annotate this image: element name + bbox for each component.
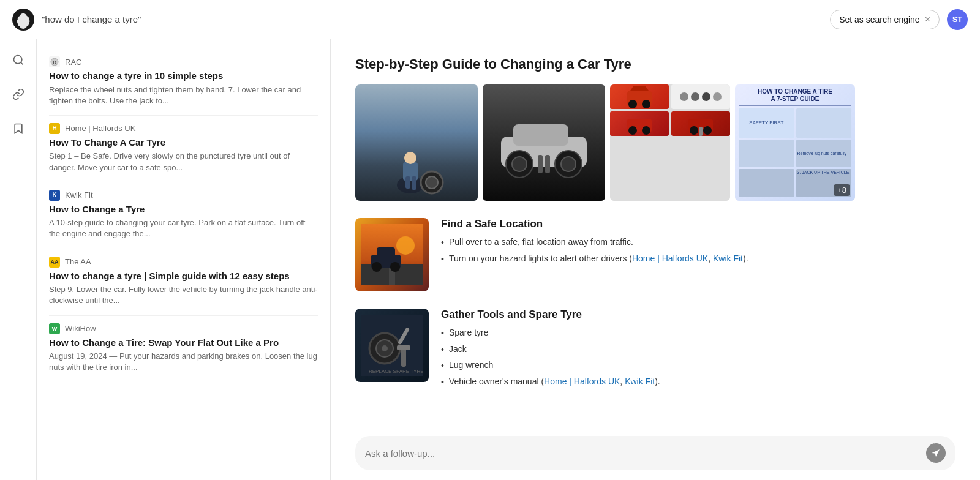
result-title: How to change a tyre | Simple guide with… bbox=[49, 270, 318, 282]
svg-rect-12 bbox=[513, 124, 568, 146]
list-item: • Turn on your hazard lights to alert ot… bbox=[441, 253, 956, 266]
section-thumbnail-location bbox=[355, 218, 429, 291]
bullet: • bbox=[441, 377, 444, 389]
svg-rect-18 bbox=[545, 155, 550, 173]
set-search-engine-button[interactable]: Set as search engine × bbox=[830, 10, 940, 29]
svg-rect-33 bbox=[377, 247, 395, 258]
bookmark-sidebar-button[interactable] bbox=[7, 118, 29, 140]
guide-step-1: SAFETY FIRST bbox=[739, 108, 794, 138]
list-item: • Vehicle owner's manual (Home | Halford… bbox=[441, 376, 956, 389]
result-snippet: Step 9. Lower the car. Fully lower the v… bbox=[49, 284, 318, 306]
result-item[interactable]: AA The AA How to change a tyre | Simple … bbox=[37, 249, 330, 315]
header-left: "how do I change a tyre" bbox=[12, 9, 141, 31]
collage-cell-1 bbox=[610, 84, 669, 109]
guide-title-text: HOW TO CHANGE A TIREA 7-STEP GUIDE bbox=[739, 88, 851, 106]
link-icon bbox=[12, 88, 24, 100]
result-item[interactable]: H Home | Halfords UK How To Change A Car… bbox=[37, 116, 330, 182]
send-icon bbox=[931, 448, 941, 458]
section-title-tools: Gather Tools and Spare Tyre bbox=[441, 309, 956, 321]
list-item: • Jack bbox=[441, 343, 956, 356]
send-button[interactable] bbox=[926, 443, 946, 463]
result-snippet: Replace the wheel nuts and tighten them … bbox=[49, 84, 318, 107]
car-tyre-illustration bbox=[495, 106, 593, 179]
halfords-link[interactable]: Home | Halfords UK bbox=[632, 253, 708, 263]
svg-point-26 bbox=[690, 126, 698, 135]
kwikfit-link-tools[interactable]: Kwik Fit bbox=[625, 377, 655, 386]
svg-point-14 bbox=[512, 157, 527, 171]
section-thumbnail-tools: REPLACE SPARE TYRE bbox=[355, 309, 429, 382]
svg-rect-17 bbox=[538, 155, 543, 173]
bullet: • bbox=[441, 328, 444, 340]
main-layout: R RAC How to change a tyre in 10 simple … bbox=[0, 39, 980, 480]
kwikfit-link[interactable]: Kwik Fit bbox=[713, 253, 743, 263]
section-find-safe-location: Find a Safe Location • Pull over to a sa… bbox=[355, 218, 956, 291]
source-name: Home | Halfords UK bbox=[65, 124, 135, 133]
plus-badge: +8 bbox=[834, 184, 850, 196]
result-source: W WikiHow bbox=[49, 323, 318, 334]
result-title: How to change a tyre in 10 simple steps bbox=[49, 70, 318, 82]
bullet: • bbox=[441, 237, 444, 249]
guide-step-text: Remove lug nuts carefully bbox=[796, 140, 852, 168]
avatar[interactable]: ST bbox=[947, 9, 968, 30]
svg-point-1 bbox=[13, 56, 21, 64]
source-name: RAC bbox=[65, 58, 81, 67]
list-item-text: Lug wrench bbox=[449, 359, 493, 372]
link-sidebar-button[interactable] bbox=[7, 83, 29, 105]
svg-point-10 bbox=[426, 176, 438, 189]
result-title: How To Change A Car Tyre bbox=[49, 137, 318, 149]
svg-rect-41 bbox=[401, 348, 406, 367]
section-title-location: Find a Safe Location bbox=[441, 218, 956, 230]
follow-up-input[interactable] bbox=[365, 448, 926, 459]
guide-step-img-2 bbox=[739, 140, 794, 168]
svg-point-21 bbox=[642, 100, 650, 108]
result-item[interactable]: R RAC How to change a tyre in 10 simple … bbox=[37, 49, 330, 115]
set-search-engine-label: Set as search engine bbox=[839, 15, 920, 24]
list-item-text: Vehicle owner's manual (Home | Halfords … bbox=[449, 376, 660, 388]
section-content-location: Find a Safe Location • Pull over to a sa… bbox=[441, 218, 956, 291]
list-item-text: Pull over to a safe, flat location away … bbox=[449, 236, 633, 249]
close-icon[interactable]: × bbox=[925, 14, 930, 25]
svg-rect-28 bbox=[699, 127, 703, 136]
bullet: • bbox=[441, 360, 444, 372]
search-results-panel: R RAC How to change a tyre in 10 simple … bbox=[37, 39, 331, 480]
svg-point-6 bbox=[404, 152, 417, 164]
app-logo bbox=[12, 9, 34, 31]
result-source: R RAC bbox=[49, 56, 318, 67]
section-list-tools: • Spare tyre • Jack • Lug wrench • Vehic… bbox=[441, 327, 956, 388]
collage-cell-2 bbox=[671, 84, 730, 109]
source-name: Kwik Fit bbox=[65, 190, 93, 200]
svg-rect-8 bbox=[412, 176, 417, 190]
svg-point-23 bbox=[628, 126, 637, 135]
list-item: • Pull over to a safe, flat location awa… bbox=[441, 236, 956, 249]
source-favicon-rac: R bbox=[49, 56, 60, 67]
section-content-tools: Gather Tools and Spare Tyre • Spare tyre… bbox=[441, 309, 956, 392]
follow-up-bar bbox=[355, 436, 956, 470]
content-panel: Step-by-Step Guide to Changing a Car Tyr… bbox=[331, 39, 980, 480]
section-list-location: • Pull over to a safe, flat location awa… bbox=[441, 236, 956, 265]
halfords-link-tools[interactable]: Home | Halfords UK bbox=[544, 377, 620, 386]
svg-rect-7 bbox=[405, 176, 410, 189]
svg-point-16 bbox=[561, 157, 576, 171]
result-snippet: Step 1 – Be Safe. Drive very slowly on t… bbox=[49, 151, 318, 173]
gallery-image-collage bbox=[610, 84, 730, 201]
result-title: How to Change a Tyre bbox=[49, 203, 318, 216]
result-source: K Kwik Fit bbox=[49, 190, 318, 201]
svg-point-24 bbox=[642, 126, 650, 135]
source-favicon-halfords: H bbox=[49, 123, 60, 134]
result-item[interactable]: K Kwik Fit How to Change a Tyre A 10-ste… bbox=[37, 182, 330, 249]
search-sidebar-button[interactable] bbox=[7, 49, 29, 71]
sidebar-icons bbox=[0, 39, 37, 480]
guide-step-img-3 bbox=[739, 169, 794, 197]
source-name: WikiHow bbox=[65, 324, 96, 333]
location-illustration bbox=[361, 224, 423, 285]
svg-point-20 bbox=[628, 100, 637, 108]
source-favicon-kwikfit: K bbox=[49, 190, 60, 201]
result-item[interactable]: W WikiHow How to Change a Tire: Swap You… bbox=[37, 316, 330, 382]
person-tyre-illustration bbox=[380, 141, 453, 196]
list-item-text: Spare tyre bbox=[449, 327, 489, 339]
source-favicon-wikihow: W bbox=[49, 323, 60, 334]
bookmark-icon bbox=[12, 122, 24, 135]
svg-point-40 bbox=[382, 345, 388, 351]
list-item: • Lug wrench bbox=[441, 359, 956, 372]
tools-illustration: REPLACE SPARE TYRE bbox=[361, 315, 423, 376]
